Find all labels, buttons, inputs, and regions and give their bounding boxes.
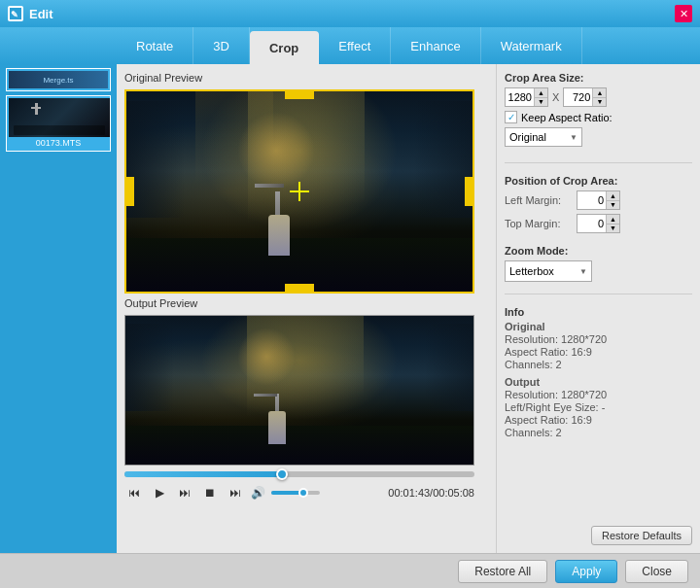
- left-margin-row: Left Margin: 0 ▲ ▼: [505, 190, 692, 210]
- play-button[interactable]: ▶: [150, 483, 169, 502]
- ratio-value: Original: [509, 131, 570, 143]
- crop-handle-right[interactable]: [465, 177, 472, 206]
- output-preview-label: Output Preview: [124, 297, 488, 309]
- tabs-bar: Rotate 3D Crop Effect Enhance Watermark: [117, 27, 700, 64]
- title-bar: ✎ Edit ✕: [0, 0, 700, 27]
- tab-enhance[interactable]: Enhance: [391, 27, 480, 64]
- app-icon: ✎: [8, 6, 23, 21]
- zoom-mode-label: Zoom Mode:: [505, 245, 692, 257]
- out-eye-size: Left/Right Eye Size: -: [505, 401, 692, 413]
- left-margin-up-button[interactable]: ▲: [606, 191, 619, 201]
- window-title: Edit: [29, 7, 675, 21]
- top-margin-up-button[interactable]: ▲: [606, 215, 619, 225]
- sidebar-merge-file[interactable]: Merge.ts: [6, 68, 111, 91]
- position-section: Position of Crop Area: Left Margin: 0 ▲ …: [505, 175, 692, 237]
- right-panel: Crop Area Size: 1280 ▲ ▼ X 720 ▲: [496, 64, 700, 553]
- stop-button[interactable]: ⏹: [200, 483, 220, 502]
- close-window-button[interactable]: ✕: [675, 5, 692, 22]
- orig-channels: Channels: 2: [505, 359, 692, 370]
- crop-size-row: 1280 ▲ ▼ X 720 ▲ ▼: [505, 87, 692, 107]
- zoom-section: Zoom Mode: Letterbox ▼: [505, 245, 692, 282]
- crop-handle-left[interactable]: [126, 177, 134, 206]
- tab-crop[interactable]: Crop: [250, 31, 319, 64]
- original-preview-label: Original Preview: [124, 72, 488, 84]
- left-margin-down-button[interactable]: ▼: [606, 201, 619, 210]
- info-title: Info: [505, 306, 692, 318]
- main-container: Rotate 3D Crop Effect Enhance Watermark …: [0, 27, 700, 588]
- position-title: Position of Crop Area:: [505, 175, 692, 187]
- crop-handle-bottom[interactable]: [285, 284, 314, 292]
- keep-ratio-label: Keep Aspect Ratio:: [521, 112, 612, 123]
- width-up-button[interactable]: ▲: [534, 88, 547, 98]
- svg-text:✎: ✎: [11, 10, 18, 19]
- ratio-dropdown-row: Original ▼: [505, 127, 692, 147]
- progress-thumb[interactable]: [276, 468, 288, 480]
- out-channels: Channels: 2: [505, 427, 692, 438]
- restore-all-button[interactable]: Restore All: [458, 560, 547, 583]
- merge-label: Merge.ts: [43, 76, 73, 85]
- crop-area-size-title: Crop Area Size:: [505, 72, 692, 84]
- crop-handle-top[interactable]: [285, 91, 314, 99]
- controls-row: ⏮ ▶ ⏭ ⏹ ⏭ 🔊 00:01:43/00:05:08: [124, 483, 474, 502]
- keep-ratio-row: ✓ Keep Aspect Ratio:: [505, 111, 692, 123]
- skip-start-button[interactable]: ⏮: [124, 483, 144, 502]
- height-spinbox[interactable]: 720 ▲ ▼: [563, 87, 607, 107]
- top-margin-label: Top Margin:: [505, 218, 573, 229]
- orig-resolution: Resolution: 1280*720: [505, 333, 692, 345]
- file-label: 00173.MTS: [9, 137, 108, 149]
- body-area: Merge.ts 00173.MTS Original Preview: [0, 64, 700, 553]
- left-margin-label: Left Margin:: [505, 194, 573, 206]
- out-aspect: Aspect Ratio: 16:9: [505, 414, 692, 426]
- crop-crosshair: [290, 182, 309, 201]
- height-down-button[interactable]: ▼: [592, 98, 606, 107]
- skip-end-button[interactable]: ⏭: [226, 483, 245, 502]
- divider-1: [505, 162, 692, 163]
- volume-thumb[interactable]: [298, 488, 308, 498]
- tab-rotate[interactable]: Rotate: [117, 27, 193, 64]
- top-margin-down-button[interactable]: ▼: [606, 225, 619, 233]
- zoom-dropdown[interactable]: Letterbox ▼: [505, 260, 592, 282]
- restore-defaults-button[interactable]: Restore Defaults: [591, 526, 692, 545]
- output-sub: Output: [505, 376, 692, 388]
- keep-ratio-checkbox[interactable]: ✓: [505, 111, 517, 123]
- tab-3d[interactable]: 3D: [193, 27, 250, 64]
- sidebar-mts-file[interactable]: 00173.MTS: [6, 95, 111, 152]
- height-up-button[interactable]: ▲: [592, 88, 606, 98]
- zoom-value: Letterbox: [509, 265, 579, 277]
- volume-slider[interactable]: [271, 491, 320, 495]
- width-spinbox[interactable]: 1280 ▲ ▼: [505, 87, 548, 107]
- tab-effect[interactable]: Effect: [319, 27, 391, 64]
- ratio-dropdown-arrow-icon: ▼: [570, 133, 578, 142]
- checkbox-check-icon: ✓: [508, 112, 515, 122]
- time-display: 00:01:43/00:05:08: [388, 487, 474, 499]
- zoom-dropdown-arrow-icon: ▼: [579, 267, 587, 276]
- output-preview: [124, 315, 474, 466]
- left-sidebar: Merge.ts 00173.MTS: [0, 64, 117, 553]
- divider-2: [505, 294, 692, 294]
- content-area: Original Preview: [117, 64, 496, 553]
- x-separator: X: [552, 91, 559, 103]
- volume-icon: 🔊: [251, 486, 265, 500]
- progress-fill: [124, 471, 282, 477]
- orig-aspect: Aspect Ratio: 16:9: [505, 346, 692, 358]
- dialog-close-button[interactable]: Close: [625, 560, 688, 583]
- bottom-bar: Restore All Apply Close: [0, 553, 700, 588]
- top-margin-row: Top Margin: 0 ▲ ▼: [505, 214, 692, 233]
- progress-track[interactable]: [124, 471, 474, 477]
- original-sub: Original: [505, 321, 692, 332]
- tab-watermark[interactable]: Watermark: [481, 27, 582, 64]
- out-resolution: Resolution: 1280*720: [505, 389, 692, 400]
- left-margin-spinbox[interactable]: 0 ▲ ▼: [577, 190, 620, 210]
- top-margin-spinbox[interactable]: 0 ▲ ▼: [577, 214, 620, 233]
- info-section: Info Original Resolution: 1280*720 Aspec…: [505, 306, 692, 439]
- ratio-dropdown[interactable]: Original ▼: [505, 127, 582, 147]
- apply-button[interactable]: Apply: [555, 560, 617, 583]
- progress-bar-row: [124, 469, 474, 479]
- next-frame-button[interactable]: ⏭: [175, 483, 194, 502]
- original-preview: [124, 89, 474, 294]
- crop-area-size-section: Crop Area Size: 1280 ▲ ▼ X 720 ▲: [505, 72, 692, 151]
- width-down-button[interactable]: ▼: [534, 98, 547, 107]
